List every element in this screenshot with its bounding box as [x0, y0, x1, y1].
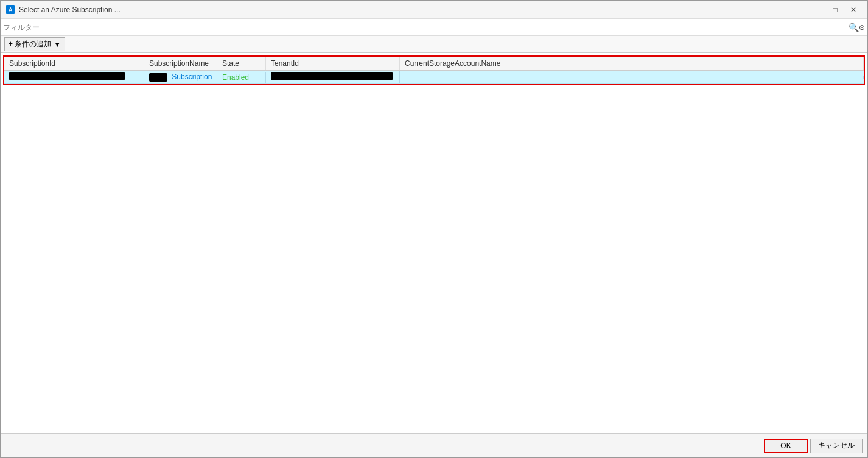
- cell-storage-account: [400, 76, 864, 79]
- close-button[interactable]: ✕: [844, 3, 863, 16]
- cell-subscription-id: [4, 71, 144, 83]
- filter-bar: 🔍 ⊙: [1, 19, 867, 36]
- table-header: SubscriptionId SubscriptionName State Te…: [4, 57, 864, 71]
- cancel-button[interactable]: キャンセル: [810, 439, 863, 453]
- filter-input[interactable]: [3, 23, 849, 32]
- table-row[interactable]: Subscription Enabled: [4, 71, 864, 84]
- add-condition-button[interactable]: + 条件の追加 ▼: [4, 37, 65, 51]
- main-content: SubscriptionId SubscriptionName State Te…: [1, 53, 867, 433]
- add-condition-label: + 条件の追加: [9, 39, 51, 49]
- title-bar: A Select an Azure Subscription ... ─ □ ✕: [1, 1, 867, 19]
- minimize-button[interactable]: ─: [808, 3, 826, 16]
- col-header-storage-account: CurrentStorageAccountName: [400, 57, 864, 70]
- title-controls: ─ □ ✕: [808, 3, 863, 16]
- window-icon: A: [5, 5, 15, 15]
- maximize-button[interactable]: □: [826, 3, 844, 16]
- title-bar-left: A Select an Azure Subscription ...: [5, 5, 121, 15]
- main-window: A Select an Azure Subscription ... ─ □ ✕…: [0, 0, 868, 458]
- subscription-name-text: Subscription: [172, 72, 212, 81]
- table-container: SubscriptionId SubscriptionName State Te…: [3, 55, 865, 85]
- tenant-id-redacted: [271, 72, 393, 80]
- footer: OK キャンセル: [1, 433, 867, 457]
- subscription-id-redacted-small: [149, 73, 167, 82]
- cell-subscription-name: Subscription: [144, 71, 217, 83]
- search-icon: 🔍: [849, 23, 859, 32]
- col-header-tenant-id: TenantId: [266, 57, 400, 70]
- col-header-state: State: [217, 57, 266, 70]
- col-header-subscription-id: SubscriptionId: [4, 57, 144, 70]
- subscription-id-redacted: [9, 72, 125, 80]
- cell-tenant-id: [266, 71, 400, 83]
- window-title: Select an Azure Subscription ...: [19, 5, 121, 14]
- col-header-subscription-name: SubscriptionName: [144, 57, 217, 70]
- svg-text:A: A: [9, 7, 13, 13]
- dropdown-arrow-icon: ▼: [54, 40, 61, 49]
- cell-state: Enabled: [217, 72, 266, 83]
- toolbar: + 条件の追加 ▼: [1, 36, 867, 53]
- ok-button[interactable]: OK: [764, 439, 808, 453]
- expand-icon[interactable]: ⊙: [859, 23, 865, 32]
